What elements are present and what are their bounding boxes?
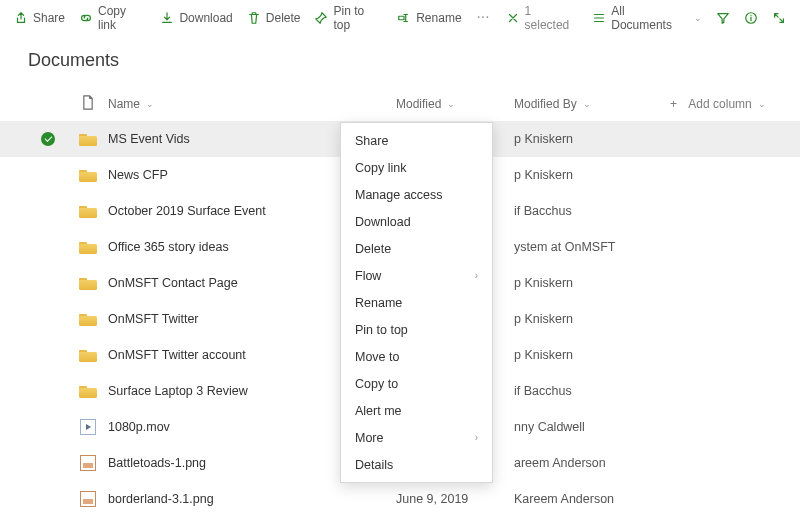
item-modified: June 9, 2019	[396, 492, 514, 506]
item-modified-by: ystem at OnMSFT	[514, 240, 670, 254]
item-modified-by: p Kniskern	[514, 312, 670, 326]
item-modified-by: p Kniskern	[514, 168, 670, 182]
chevron-down-icon: ⌄	[146, 99, 154, 109]
page-title: Documents	[0, 36, 800, 87]
menu-item-label: Details	[355, 458, 393, 472]
expand-icon	[772, 11, 786, 25]
item-name[interactable]: OnMSFT Twitter account	[108, 348, 246, 362]
download-label: Download	[179, 11, 232, 25]
chevron-right-icon: ›	[475, 432, 478, 443]
item-name[interactable]: OnMSFT Twitter	[108, 312, 199, 326]
delete-label: Delete	[266, 11, 301, 25]
copy-link-label: Copy link	[98, 4, 146, 32]
close-icon	[506, 11, 520, 25]
menu-item-label: Copy to	[355, 377, 398, 391]
header-add-column[interactable]: + Add column⌄	[670, 97, 780, 111]
menu-item-label: Alert me	[355, 404, 402, 418]
column-headers: Name⌄ Modified⌄ Modified By⌄ + Add colum…	[0, 87, 800, 121]
item-name[interactable]: October 2019 Surface Event	[108, 204, 266, 218]
item-modified-by: Kareem Anderson	[514, 492, 670, 506]
menu-item-label: Delete	[355, 242, 391, 256]
chevron-down-icon: ⌄	[758, 99, 766, 109]
item-name[interactable]: Battletoads-1.png	[108, 456, 206, 470]
expand-button[interactable]	[766, 3, 792, 33]
folder-icon	[79, 168, 97, 182]
menu-item[interactable]: Copy link	[341, 154, 492, 181]
share-label: Share	[33, 11, 65, 25]
menu-item[interactable]: Move to	[341, 343, 492, 370]
filter-button[interactable]	[710, 3, 736, 33]
menu-item-label: Flow	[355, 269, 381, 283]
item-name[interactable]: 1080p.mov	[108, 420, 170, 434]
svg-point-2	[486, 16, 488, 18]
item-name[interactable]: MS Event Vids	[108, 132, 190, 146]
list-row[interactable]: borderland-3.1.pngJune 9, 2019Kareem And…	[0, 481, 800, 514]
info-button[interactable]	[738, 3, 764, 33]
menu-item-label: Manage access	[355, 188, 443, 202]
item-name[interactable]: Office 365 story ideas	[108, 240, 229, 254]
menu-item[interactable]: Rename	[341, 289, 492, 316]
share-button[interactable]: Share	[8, 3, 71, 33]
menu-item-label: Download	[355, 215, 411, 229]
chevron-down-icon: ⌄	[447, 99, 455, 109]
file-icon	[82, 95, 94, 113]
item-modified-by: p Kniskern	[514, 348, 670, 362]
header-type-icon[interactable]	[68, 95, 108, 113]
menu-item[interactable]: Copy to	[341, 370, 492, 397]
folder-icon	[79, 204, 97, 218]
chevron-down-icon: ⌄	[583, 99, 591, 109]
rename-button[interactable]: Rename	[391, 3, 467, 33]
image-file-icon	[80, 491, 96, 507]
more-actions-button[interactable]	[470, 3, 496, 33]
link-icon	[79, 11, 93, 25]
menu-item-label: Pin to top	[355, 323, 408, 337]
rename-label: Rename	[416, 11, 461, 25]
view-selector[interactable]: All Documents ⌄	[586, 3, 708, 33]
header-name[interactable]: Name⌄	[108, 97, 396, 111]
copy-link-button[interactable]: Copy link	[73, 3, 152, 33]
menu-item[interactable]: More›	[341, 424, 492, 451]
menu-item[interactable]: Flow›	[341, 262, 492, 289]
menu-item-label: Move to	[355, 350, 399, 364]
menu-item-label: Copy link	[355, 161, 406, 175]
menu-item[interactable]: Alert me	[341, 397, 492, 424]
trash-icon	[247, 11, 261, 25]
menu-item[interactable]: Pin to top	[341, 316, 492, 343]
item-name[interactable]: News CFP	[108, 168, 168, 182]
download-button[interactable]: Download	[154, 3, 238, 33]
menu-item[interactable]: Manage access	[341, 181, 492, 208]
item-name[interactable]: OnMSFT Contact Page	[108, 276, 238, 290]
item-modified-by: if Bacchus	[514, 204, 670, 218]
header-modified[interactable]: Modified⌄	[396, 97, 514, 111]
clear-selection-button[interactable]: 1 selected	[500, 3, 585, 33]
folder-icon	[79, 276, 97, 290]
header-modified-by[interactable]: Modified By⌄	[514, 97, 670, 111]
view-label: All Documents	[611, 4, 687, 32]
menu-item[interactable]: Download	[341, 208, 492, 235]
filter-icon	[716, 11, 730, 25]
share-icon	[14, 11, 28, 25]
video-file-icon	[80, 419, 96, 435]
folder-icon	[79, 240, 97, 254]
menu-item[interactable]: Delete	[341, 235, 492, 262]
menu-item[interactable]: Details	[341, 451, 492, 478]
item-name[interactable]: Surface Laptop 3 Review	[108, 384, 248, 398]
menu-item-label: More	[355, 431, 383, 445]
list-icon	[592, 11, 606, 25]
chevron-right-icon: ›	[475, 270, 478, 281]
delete-button[interactable]: Delete	[241, 3, 307, 33]
context-menu: ShareCopy linkManage accessDownloadDelet…	[340, 122, 493, 483]
pin-icon	[314, 11, 328, 25]
menu-item-label: Share	[355, 134, 388, 148]
item-name[interactable]: borderland-3.1.png	[108, 492, 214, 506]
ellipsis-icon	[476, 10, 490, 27]
svg-point-0	[477, 16, 479, 18]
menu-item[interactable]: Share	[341, 127, 492, 154]
item-modified-by: areem Anderson	[514, 456, 670, 470]
menu-item-label: Rename	[355, 296, 402, 310]
image-file-icon	[80, 455, 96, 471]
folder-icon	[79, 312, 97, 326]
selected-count: 1 selected	[525, 4, 579, 32]
pin-button[interactable]: Pin to top	[308, 3, 389, 33]
selected-check-icon[interactable]	[41, 132, 55, 146]
